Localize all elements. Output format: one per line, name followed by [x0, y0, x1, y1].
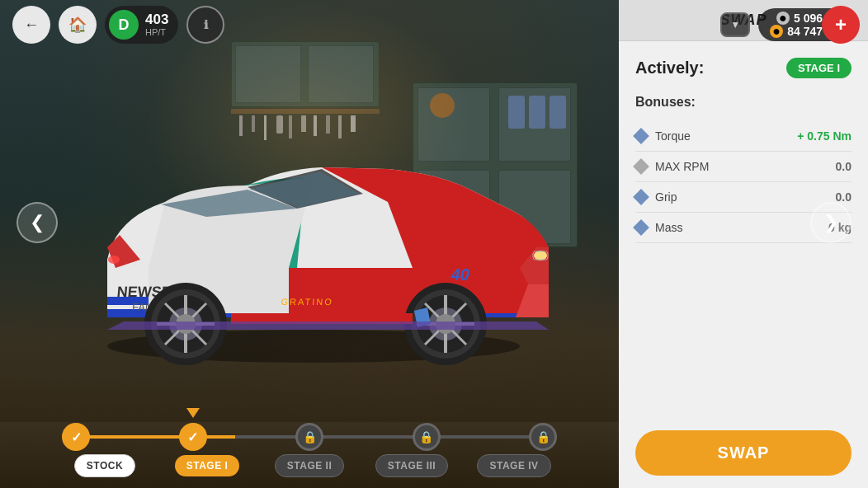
- car-svg: NEWSPEED FAN AIR: [41, 120, 578, 367]
- diamond-icon-torque: [633, 128, 649, 144]
- gold-coin-icon: ●: [770, 25, 783, 38]
- nav-arrow-right[interactable]: ❯: [810, 202, 851, 243]
- right-panel: SWAP Actively: STAGE I Bonuses: Torque +…: [619, 0, 868, 488]
- stage-label-4: STAGE IV: [463, 454, 565, 477]
- stage-btn-stock[interactable]: STOCK: [74, 454, 135, 477]
- gold-amount: 84 747: [787, 25, 823, 38]
- nav-arrow-left[interactable]: ❮: [17, 202, 58, 243]
- rank-letter: D: [109, 10, 139, 40]
- info-icon: ℹ: [204, 18, 208, 31]
- stage-node-1[interactable]: [179, 423, 207, 451]
- stage-label-1: STAGE I: [156, 455, 258, 476]
- bonus-name-grip: Grip: [655, 190, 828, 204]
- rank-badge: D 403 HP/T: [105, 6, 178, 44]
- svg-text:40: 40: [450, 265, 471, 284]
- stage-labels: STOCK STAGE I STAGE II STAGE III STAGE I…: [54, 454, 565, 477]
- stage-label-2: STAGE II: [258, 454, 361, 477]
- swap-button[interactable]: SWAP: [635, 430, 851, 476]
- top-bar-left: ← 🏠 D 403 HP/T ℹ: [12, 6, 224, 44]
- stage-label-3: STAGE III: [361, 454, 463, 477]
- stage-node-2[interactable]: [295, 423, 323, 451]
- diamond-icon-grip: [633, 189, 649, 205]
- lock-icon-4: [536, 429, 550, 444]
- svg-point-3: [534, 251, 547, 260]
- bonus-value-torque: + 0.75 Nm: [797, 129, 851, 143]
- stage-btn-1[interactable]: STAGE I: [175, 455, 240, 476]
- stage-btn-3[interactable]: STAGE III: [375, 454, 448, 477]
- rank-hpt: HP/T: [145, 27, 168, 37]
- stage-node-stock[interactable]: [62, 423, 90, 451]
- lock-icon-2: [303, 429, 317, 444]
- bonus-row-maxrpm: MAX RPM 0.0: [635, 152, 851, 182]
- bonus-value-grip: 0.0: [836, 190, 851, 204]
- bonus-row-torque: Torque + 0.75 Nm: [635, 121, 851, 152]
- check-icon-1: [187, 429, 198, 445]
- check-icon: [71, 429, 82, 445]
- svg-text:GRATINO: GRATINO: [281, 297, 333, 307]
- gold-currency-row: ● 84 747: [770, 25, 823, 38]
- track-line-active: [70, 435, 235, 439]
- bonus-name-torque: Torque: [655, 129, 789, 143]
- stage-node-3[interactable]: [413, 423, 441, 451]
- stage-track: [54, 425, 565, 449]
- back-icon: ←: [24, 16, 39, 34]
- dropdown-button[interactable]: ▼: [720, 12, 750, 37]
- actively-row: Actively: STAGE I: [635, 58, 851, 78]
- add-currency-button[interactable]: +: [822, 6, 860, 44]
- lock-icon-3: [419, 429, 433, 444]
- silver-coin-icon: ●: [776, 12, 790, 25]
- back-button[interactable]: ←: [12, 6, 50, 44]
- garage-button[interactable]: 🏠: [59, 6, 97, 44]
- stage-label-stock: STOCK: [54, 454, 156, 477]
- stage-bar: STOCK STAGE I STAGE II STAGE III STAGE I…: [0, 414, 619, 488]
- actively-label: Actively:: [635, 59, 704, 77]
- bonuses-label: Bonuses:: [635, 95, 851, 110]
- rank-hp: 403: [145, 12, 168, 28]
- stage-node-4[interactable]: [529, 423, 557, 451]
- diamond-icon-mass: [633, 219, 649, 236]
- bonus-value-maxrpm: 0.0: [836, 160, 851, 173]
- stage-indicator-arrow: [186, 408, 200, 418]
- panel-footer: SWAP: [619, 418, 868, 488]
- top-bar-right: ▼ ● 5 096 ● 84 747 +: [720, 8, 856, 41]
- svg-point-5: [108, 256, 120, 264]
- garage-icon: 🏠: [68, 16, 87, 34]
- car-display: NEWSPEED FAN AIR: [0, 49, 619, 437]
- currency-box: ● 5 096 ● 84 747 +: [758, 8, 856, 41]
- stage-btn-4[interactable]: STAGE IV: [477, 454, 550, 477]
- bonus-name-mass: Mass: [655, 221, 820, 234]
- info-button[interactable]: ℹ: [186, 6, 224, 44]
- top-bar: ← 🏠 D 403 HP/T ℹ ▼ ● 5 096 ● 84 747: [0, 0, 868, 49]
- stage-node-1-container: [179, 423, 207, 451]
- bonus-name-maxrpm: MAX RPM: [655, 160, 828, 173]
- rank-stats: 403 HP/T: [145, 12, 168, 38]
- stage-active-badge: STAGE I: [786, 58, 851, 78]
- silver-amount: 5 096: [794, 12, 823, 25]
- diamond-icon-maxrpm: [633, 158, 649, 175]
- silver-currency-row: ● 5 096: [776, 12, 823, 25]
- stage-btn-2[interactable]: STAGE II: [275, 454, 344, 477]
